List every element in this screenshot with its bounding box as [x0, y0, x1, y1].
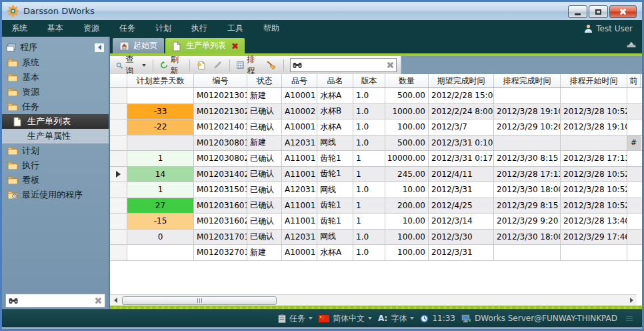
row-selector[interactable] [110, 214, 127, 229]
cell-status[interactable]: 已确认 [247, 182, 282, 198]
cell-expected-finish[interactable]: 2012/3/31 [429, 182, 494, 198]
sidebar-item-2[interactable]: 资源 [2, 85, 109, 99]
tab-0[interactable]: 起始页 [113, 38, 164, 53]
cell-scheduled-start[interactable]: 2012/3/28 10:52 [561, 198, 627, 214]
row-selector[interactable] [110, 182, 127, 198]
cell-status[interactable]: 新建 [247, 88, 282, 103]
cell-quantity[interactable]: 100.00 [385, 245, 429, 260]
cell-item-no[interactable]: A10001 [282, 245, 317, 260]
horizontal-scrollbar[interactable] [110, 294, 637, 306]
table-row[interactable]: 1M012031501已确认A12031网线1.010.002012/3/312… [110, 182, 642, 198]
cell-item-no[interactable]: A11001 [282, 214, 317, 229]
table-row[interactable]: -33M012021302已确认A10002水杯B1.01000.002012/… [110, 104, 642, 120]
row-selector[interactable] [110, 245, 127, 260]
cell-item-no[interactable]: A11001 [282, 198, 317, 214]
tab-close-icon[interactable] [231, 43, 238, 49]
cell-order-no[interactable]: M012030801 [194, 135, 247, 151]
cell-diff-days[interactable]: 1 [127, 151, 194, 166]
cell-diff-days[interactable]: 0 [127, 230, 194, 245]
resize-grip[interactable] [626, 316, 633, 321]
sidebar-item-3[interactable]: 任务 [2, 99, 109, 114]
cell-item-name[interactable]: 水杯A [317, 88, 353, 103]
sidebar-item-1[interactable]: 基本 [2, 70, 109, 85]
sidebar-item-4[interactable]: 生产单列表 [2, 114, 109, 129]
cell-item-no[interactable]: A12031 [282, 230, 317, 245]
cell-scheduled-finish[interactable]: 2012/3/29 9:20 [494, 214, 561, 229]
cell-order-no[interactable]: M012021302 [194, 104, 247, 119]
clean-button[interactable] [264, 59, 279, 71]
maximize-button[interactable] [589, 5, 608, 18]
edit-button[interactable] [211, 59, 225, 71]
cell-scheduled-start[interactable]: 2012/3/28 10:52 [561, 182, 627, 198]
column-header-9[interactable]: 排程开始时间 [561, 74, 627, 87]
cell-order-no[interactable]: M012021301 [194, 88, 247, 103]
scroll-right-button[interactable] [626, 296, 637, 306]
cell-order-no[interactable]: M012032701 [194, 245, 247, 260]
cell-item-no[interactable]: A10001 [282, 119, 317, 135]
cell-diff-days[interactable]: -15 [127, 214, 194, 229]
cell-version[interactable]: 1 [353, 198, 385, 214]
cell-scheduled-finish[interactable]: 2012/3/29 8:15 [494, 198, 561, 214]
cell-quantity[interactable]: 100.00 [385, 119, 429, 135]
close-button[interactable] [609, 5, 637, 18]
scroll-left-button[interactable] [110, 296, 121, 306]
column-header-1[interactable]: 编号 [194, 74, 247, 87]
column-header-6[interactable]: 数量 [385, 74, 429, 87]
cell-diff-days[interactable]: 1 [127, 182, 194, 198]
cell-version[interactable]: 1 [353, 214, 385, 229]
cell-status[interactable]: 已确认 [247, 151, 282, 166]
row-selector[interactable] [110, 167, 127, 182]
cell-quantity[interactable]: 200.00 [385, 198, 429, 214]
cell-status[interactable]: 已确认 [247, 198, 282, 214]
cell-order-no[interactable]: M012031501 [194, 182, 247, 198]
cell-item-no[interactable]: A12031 [282, 182, 317, 198]
cell-scheduled-start[interactable] [561, 245, 627, 260]
cell-scheduled-finish[interactable] [494, 245, 561, 260]
cell-scheduled-start[interactable]: 2012/3/28 19:10 [561, 119, 627, 135]
cell-version[interactable]: 1.0 [353, 119, 385, 135]
row-selector[interactable] [110, 230, 127, 245]
sidebar-item-6[interactable]: 计划 [2, 143, 109, 158]
sidebar-item-8[interactable]: 看板 [2, 173, 109, 188]
cell-scheduled-finish[interactable]: 2012/3/28 17:13 [494, 167, 561, 182]
cell-scheduled-finish[interactable]: 2012/3/30 18:00 [494, 230, 561, 245]
cell-scheduled-start[interactable]: 2012/3/28 17:13 [561, 151, 627, 166]
table-row[interactable]: M012032701新建A10001水杯A1.0100.002012/3/31 [110, 245, 642, 261]
cell-item-no[interactable]: A10002 [282, 104, 317, 119]
cell-status[interactable]: 已确认 [247, 104, 282, 119]
cell-version[interactable]: 1.0 [353, 104, 385, 119]
menu-item-7[interactable]: 帮助 [263, 23, 279, 34]
cell-diff-days[interactable]: 14 [127, 167, 194, 182]
cell-status[interactable]: 已确认 [247, 230, 282, 245]
menu-item-3[interactable]: 任务 [119, 23, 135, 34]
current-user[interactable]: Test User [584, 24, 633, 33]
window-list-icon[interactable] [626, 40, 637, 48]
cell-item-name[interactable]: 齿轮1 [317, 167, 353, 182]
cell-scheduled-start[interactable]: 2012/3/28 13:40 [561, 214, 627, 229]
menu-item-0[interactable]: 系统 [11, 23, 27, 34]
cell-status[interactable]: 已确认 [247, 214, 282, 229]
row-selector[interactable] [110, 198, 127, 214]
cell-diff-days[interactable]: 27 [127, 198, 194, 214]
cell-scheduled-finish[interactable]: 2012/3/29 10:20 [494, 119, 561, 135]
sidebar-collapse-button[interactable] [94, 43, 105, 53]
cell-version[interactable]: 1 [353, 151, 385, 166]
cell-item-name[interactable]: 齿轮1 [317, 151, 353, 166]
column-header-7[interactable]: 期望完成时间 [429, 74, 494, 87]
cell-expected-finish[interactable]: 2012/2/28 15:00 [429, 88, 494, 103]
new-button[interactable] [195, 59, 208, 72]
cell-scheduled-finish[interactable] [494, 88, 561, 103]
menu-item-6[interactable]: 工具 [227, 23, 243, 34]
cell-quantity[interactable]: 10.00 [385, 214, 429, 229]
cell-expected-finish[interactable]: 2012/3/31 0:17 [429, 151, 494, 166]
table-row[interactable]: M012030801新建A12031网线1.0500.002012/3/31 0… [110, 135, 642, 151]
cell-diff-days[interactable]: -33 [127, 104, 194, 119]
cell-scheduled-finish[interactable] [494, 135, 561, 151]
column-header-10[interactable]: 前 [627, 74, 641, 87]
cell-expected-finish[interactable]: 2012/3/30 [429, 230, 494, 245]
cell-version[interactable]: 1.0 [353, 88, 385, 103]
column-header-5[interactable]: 版本 [353, 74, 385, 87]
sidebar-search-input[interactable] [21, 296, 92, 306]
cell-scheduled-start[interactable] [561, 135, 627, 151]
minimize-button[interactable] [568, 5, 587, 18]
